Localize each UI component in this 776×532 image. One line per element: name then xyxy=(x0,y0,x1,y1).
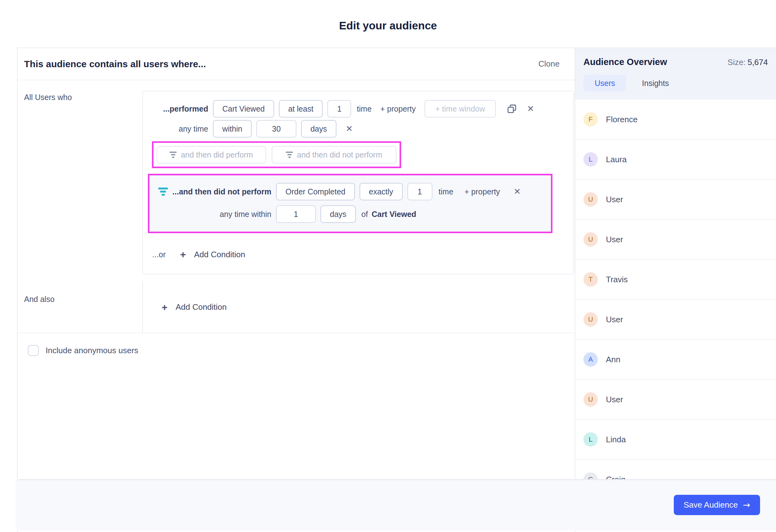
add-property-button[interactable]: + property xyxy=(381,104,416,113)
funnel-time-prefix: any time within xyxy=(150,210,271,219)
user-row[interactable]: F Florence xyxy=(575,100,776,140)
all-users-label: All Users who xyxy=(17,80,142,282)
duplicate-condition-button[interactable] xyxy=(507,103,517,114)
user-name: Ann xyxy=(606,355,620,364)
event-select-cart-viewed[interactable]: Cart Viewed xyxy=(213,100,274,117)
time-window-input[interactable] xyxy=(425,100,496,117)
user-name: User xyxy=(606,395,623,405)
funnel-condition-row: ...and then did not perform Order Comple… xyxy=(150,183,551,200)
content-frame: This audience contains all users where..… xyxy=(17,47,776,532)
within-select[interactable]: within xyxy=(213,120,252,138)
footer-bar: Save Audience → xyxy=(16,479,776,530)
funnel-condition-highlight: ...and then did not perform Order Comple… xyxy=(148,174,553,233)
page-title: Edit your audience xyxy=(0,19,776,32)
or-row: ...or + Add Condition xyxy=(152,249,566,259)
conditions-section: All Users who ...performed Cart Viewed a… xyxy=(17,80,575,282)
include-anonymous-label: Include anonymous users xyxy=(46,346,138,355)
builder-header: This audience contains all users where..… xyxy=(17,48,575,80)
avatar: U xyxy=(583,392,598,407)
user-row[interactable]: T Travis xyxy=(575,260,776,300)
user-name: Florence xyxy=(606,115,637,124)
time-label: time xyxy=(439,187,453,196)
time-label: time xyxy=(357,104,371,113)
user-row[interactable]: A Ann xyxy=(575,340,776,380)
sidebar-header: Audience Overview Size:5,674 Users Insig… xyxy=(575,48,776,100)
event-select-order-completed[interactable]: Order Completed xyxy=(276,183,355,200)
remove-condition-button[interactable]: ✕ xyxy=(527,105,534,113)
size-value: 5,674 xyxy=(748,57,768,67)
sidebar-title: Audience Overview xyxy=(583,57,728,67)
operator-select-exactly[interactable]: exactly xyxy=(360,183,403,200)
avatar: L xyxy=(583,152,598,167)
and-also-label: And also xyxy=(17,282,142,332)
user-name: Travis xyxy=(606,275,628,284)
condition-group: ...performed Cart Viewed at least time +… xyxy=(142,91,574,274)
window-value-input[interactable] xyxy=(256,120,297,138)
close-icon: ✕ xyxy=(346,125,353,133)
copy-icon xyxy=(507,103,517,114)
funnel-icon xyxy=(169,152,177,158)
funnel-count-input[interactable] xyxy=(407,183,432,200)
size-label: Size: xyxy=(728,57,746,67)
add-condition-label: Add Condition xyxy=(176,302,227,312)
and-then-did-not-perform-label: and then did not perform xyxy=(297,150,382,160)
count-input[interactable] xyxy=(327,100,351,117)
condition-row-performed: ...performed Cart Viewed at least time +… xyxy=(143,100,566,117)
user-row[interactable]: U User xyxy=(575,380,776,420)
funnel-window-unit-select[interactable]: days xyxy=(321,205,356,223)
add-condition-label: Add Condition xyxy=(194,250,245,259)
user-name: Laura xyxy=(606,155,627,165)
remove-time-window-button[interactable]: ✕ xyxy=(346,125,353,133)
plus-icon: + xyxy=(162,302,168,312)
anonymous-users-row: Include anonymous users xyxy=(17,333,575,356)
avatar: U xyxy=(583,192,598,207)
audience-builder-panel: This audience contains all users where..… xyxy=(17,48,575,532)
tab-insights[interactable]: Insights xyxy=(631,75,680,91)
funnel-prefix: ...and then did not perform xyxy=(172,187,271,196)
operator-select-at-least[interactable]: at least xyxy=(279,100,323,117)
user-list: F Florence L Laura U User U User T Travi… xyxy=(575,100,776,532)
and-then-did-perform-button[interactable]: and then did perform xyxy=(157,146,266,164)
and-then-did-perform-label: and then did perform xyxy=(181,150,253,160)
user-row[interactable]: U User xyxy=(575,180,776,220)
and-then-did-not-perform-button[interactable]: and then did not perform xyxy=(272,146,396,164)
save-audience-label: Save Audience xyxy=(684,500,738,510)
audience-overview-sidebar: Audience Overview Size:5,674 Users Insig… xyxy=(575,48,776,532)
remove-funnel-condition-button[interactable]: ✕ xyxy=(514,188,521,196)
avatar: T xyxy=(583,272,598,287)
user-name: User xyxy=(606,235,623,244)
user-name: User xyxy=(606,315,623,324)
close-icon: ✕ xyxy=(527,105,534,113)
funnel-time-row: any time within days of Cart Viewed xyxy=(150,205,551,223)
arrow-right-icon: → xyxy=(743,501,750,510)
any-time-prefix: any time xyxy=(143,124,208,134)
user-row[interactable]: L Laura xyxy=(575,140,776,180)
window-unit-select[interactable]: days xyxy=(301,120,337,138)
funnel-window-value-input[interactable] xyxy=(276,205,316,223)
add-and-condition-button[interactable]: + Add Condition xyxy=(162,302,227,312)
of-label: of xyxy=(361,210,368,219)
user-row[interactable]: U User xyxy=(575,300,776,340)
clone-button[interactable]: Clone xyxy=(538,59,560,69)
user-row[interactable]: L Linda xyxy=(575,420,776,460)
save-audience-button[interactable]: Save Audience → xyxy=(674,495,760,515)
avatar: U xyxy=(583,312,598,327)
include-anonymous-checkbox[interactable] xyxy=(28,345,39,356)
audience-size: Size:5,674 xyxy=(728,57,768,67)
tab-users[interactable]: Users xyxy=(583,75,626,91)
close-icon: ✕ xyxy=(514,188,521,196)
and-also-content: + Add Condition xyxy=(142,282,575,332)
funnel-icon xyxy=(158,188,168,196)
plus-icon: + xyxy=(180,249,186,259)
add-or-condition-button[interactable]: + Add Condition xyxy=(180,249,245,259)
or-label: ...or xyxy=(152,250,166,259)
sidebar-tabs: Users Insights xyxy=(583,75,768,91)
user-name: User xyxy=(606,195,623,205)
and-also-section: And also + Add Condition xyxy=(17,282,575,333)
user-row[interactable]: U User xyxy=(575,220,776,260)
user-name: Linda xyxy=(606,435,626,445)
avatar: A xyxy=(583,352,598,367)
add-property-button[interactable]: + property xyxy=(464,187,500,196)
of-event-label: Cart Viewed xyxy=(372,210,416,219)
avatar: L xyxy=(583,432,598,447)
